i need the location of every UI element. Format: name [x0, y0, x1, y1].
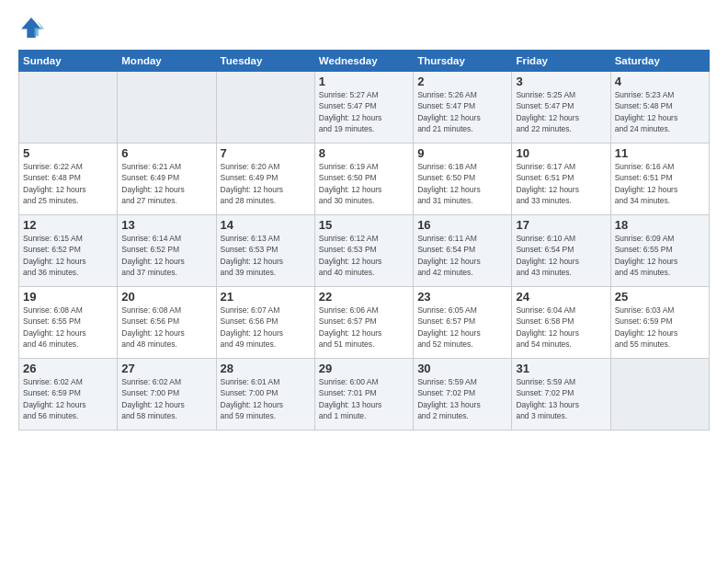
week-row-2: 12Sunrise: 6:15 AM Sunset: 6:52 PM Dayli…	[19, 215, 710, 287]
weekday-header-monday: Monday	[118, 51, 216, 72]
day-cell: 1Sunrise: 5:27 AM Sunset: 5:47 PM Daylig…	[314, 72, 413, 144]
day-info: Sunrise: 6:18 AM Sunset: 6:50 PM Dayligh…	[417, 161, 507, 206]
day-number: 7	[221, 146, 311, 160]
day-cell: 9Sunrise: 6:18 AM Sunset: 6:50 PM Daylig…	[414, 144, 512, 215]
weekday-header-row: SundayMondayTuesdayWednesdayThursdayFrid…	[19, 51, 710, 72]
day-number: 22	[319, 290, 409, 304]
weekday-header-thursday: Thursday	[414, 51, 512, 72]
day-cell: 31Sunrise: 5:59 AM Sunset: 7:02 PM Dayli…	[512, 359, 610, 431]
day-number: 8	[319, 146, 409, 160]
day-number: 3	[516, 75, 606, 88]
day-cell	[19, 72, 118, 144]
day-number: 4	[615, 75, 705, 88]
day-cell: 27Sunrise: 6:02 AM Sunset: 7:00 PM Dayli…	[118, 359, 216, 431]
day-cell: 19Sunrise: 6:08 AM Sunset: 6:55 PM Dayli…	[19, 287, 118, 359]
weekday-header-tuesday: Tuesday	[216, 51, 314, 72]
day-info: Sunrise: 6:04 AM Sunset: 6:58 PM Dayligh…	[516, 304, 606, 350]
day-cell	[216, 72, 314, 144]
day-number: 14	[221, 218, 311, 232]
logo-icon	[18, 15, 44, 40]
day-info: Sunrise: 6:08 AM Sunset: 6:56 PM Dayligh…	[121, 304, 211, 350]
day-number: 13	[121, 218, 211, 232]
page: SundayMondayTuesdayWednesdayThursdayFrid…	[0, 0, 728, 563]
day-number: 26	[23, 362, 113, 375]
day-info: Sunrise: 6:05 AM Sunset: 6:57 PM Dayligh…	[417, 304, 507, 350]
day-info: Sunrise: 6:13 AM Sunset: 6:53 PM Dayligh…	[221, 233, 311, 278]
day-info: Sunrise: 6:02 AM Sunset: 6:59 PM Dayligh…	[23, 376, 113, 421]
week-row-3: 19Sunrise: 6:08 AM Sunset: 6:55 PM Dayli…	[19, 287, 710, 359]
day-cell: 18Sunrise: 6:09 AM Sunset: 6:55 PM Dayli…	[610, 215, 709, 287]
day-info: Sunrise: 6:19 AM Sunset: 6:50 PM Dayligh…	[319, 161, 409, 206]
day-cell: 11Sunrise: 6:16 AM Sunset: 6:51 PM Dayli…	[610, 144, 709, 215]
day-info: Sunrise: 6:22 AM Sunset: 6:48 PM Dayligh…	[23, 161, 113, 206]
day-cell: 4Sunrise: 5:23 AM Sunset: 5:48 PM Daylig…	[610, 72, 709, 144]
day-number: 27	[121, 362, 211, 375]
header	[18, 15, 710, 40]
calendar: SundayMondayTuesdayWednesdayThursdayFrid…	[18, 50, 710, 431]
day-info: Sunrise: 5:26 AM Sunset: 5:47 PM Dayligh…	[417, 89, 507, 134]
day-cell: 17Sunrise: 6:10 AM Sunset: 6:54 PM Dayli…	[512, 215, 610, 287]
day-number: 23	[417, 290, 507, 304]
day-cell: 15Sunrise: 6:12 AM Sunset: 6:53 PM Dayli…	[314, 215, 413, 287]
day-cell: 25Sunrise: 6:03 AM Sunset: 6:59 PM Dayli…	[610, 287, 709, 359]
day-number: 2	[417, 75, 507, 88]
day-cell: 5Sunrise: 6:22 AM Sunset: 6:48 PM Daylig…	[19, 144, 118, 215]
day-info: Sunrise: 6:02 AM Sunset: 7:00 PM Dayligh…	[121, 376, 211, 421]
day-cell: 24Sunrise: 6:04 AM Sunset: 6:58 PM Dayli…	[512, 287, 610, 359]
day-number: 12	[23, 218, 113, 232]
day-number: 29	[319, 362, 409, 375]
day-cell: 10Sunrise: 6:17 AM Sunset: 6:51 PM Dayli…	[512, 144, 610, 215]
weekday-header-friday: Friday	[512, 51, 610, 72]
day-info: Sunrise: 6:01 AM Sunset: 7:00 PM Dayligh…	[221, 376, 311, 421]
day-cell: 20Sunrise: 6:08 AM Sunset: 6:56 PM Dayli…	[118, 287, 216, 359]
day-cell: 28Sunrise: 6:01 AM Sunset: 7:00 PM Dayli…	[216, 359, 314, 431]
week-row-4: 26Sunrise: 6:02 AM Sunset: 6:59 PM Dayli…	[19, 359, 710, 431]
day-cell: 30Sunrise: 5:59 AM Sunset: 7:02 PM Dayli…	[414, 359, 512, 431]
day-number: 1	[319, 75, 409, 88]
day-info: Sunrise: 5:27 AM Sunset: 5:47 PM Dayligh…	[319, 89, 409, 134]
day-number: 16	[417, 218, 507, 232]
day-cell: 22Sunrise: 6:06 AM Sunset: 6:57 PM Dayli…	[314, 287, 413, 359]
day-number: 28	[221, 362, 311, 375]
day-number: 20	[121, 290, 211, 304]
day-number: 25	[615, 290, 705, 304]
day-info: Sunrise: 6:10 AM Sunset: 6:54 PM Dayligh…	[516, 233, 606, 278]
day-number: 10	[516, 146, 606, 160]
day-info: Sunrise: 5:23 AM Sunset: 5:48 PM Dayligh…	[615, 89, 705, 134]
day-number: 30	[417, 362, 507, 375]
day-info: Sunrise: 6:21 AM Sunset: 6:49 PM Dayligh…	[121, 161, 211, 206]
day-info: Sunrise: 6:00 AM Sunset: 7:01 PM Dayligh…	[319, 376, 409, 421]
day-info: Sunrise: 5:25 AM Sunset: 5:47 PM Dayligh…	[516, 89, 606, 134]
weekday-header-wednesday: Wednesday	[314, 51, 413, 72]
day-number: 6	[121, 146, 211, 160]
day-cell: 26Sunrise: 6:02 AM Sunset: 6:59 PM Dayli…	[19, 359, 118, 431]
day-number: 17	[516, 218, 606, 232]
day-info: Sunrise: 6:03 AM Sunset: 6:59 PM Dayligh…	[615, 304, 705, 350]
day-cell: 13Sunrise: 6:14 AM Sunset: 6:52 PM Dayli…	[118, 215, 216, 287]
day-info: Sunrise: 5:59 AM Sunset: 7:02 PM Dayligh…	[516, 376, 606, 421]
day-number: 15	[319, 218, 409, 232]
day-cell: 21Sunrise: 6:07 AM Sunset: 6:56 PM Dayli…	[216, 287, 314, 359]
day-number: 24	[516, 290, 606, 304]
day-cell: 3Sunrise: 5:25 AM Sunset: 5:47 PM Daylig…	[512, 72, 610, 144]
day-info: Sunrise: 6:16 AM Sunset: 6:51 PM Dayligh…	[615, 161, 705, 206]
day-info: Sunrise: 6:17 AM Sunset: 6:51 PM Dayligh…	[516, 161, 606, 206]
day-number: 18	[615, 218, 705, 232]
day-cell	[118, 72, 216, 144]
week-row-0: 1Sunrise: 5:27 AM Sunset: 5:47 PM Daylig…	[19, 72, 710, 144]
day-number: 31	[516, 362, 606, 375]
logo	[18, 15, 48, 40]
day-cell: 2Sunrise: 5:26 AM Sunset: 5:47 PM Daylig…	[414, 72, 512, 144]
day-cell: 12Sunrise: 6:15 AM Sunset: 6:52 PM Dayli…	[19, 215, 118, 287]
day-cell: 23Sunrise: 6:05 AM Sunset: 6:57 PM Dayli…	[414, 287, 512, 359]
day-cell: 29Sunrise: 6:00 AM Sunset: 7:01 PM Dayli…	[314, 359, 413, 431]
day-number: 9	[417, 146, 507, 160]
day-info: Sunrise: 6:20 AM Sunset: 6:49 PM Dayligh…	[221, 161, 311, 206]
day-info: Sunrise: 6:07 AM Sunset: 6:56 PM Dayligh…	[221, 304, 311, 350]
day-info: Sunrise: 6:11 AM Sunset: 6:54 PM Dayligh…	[417, 233, 507, 278]
day-info: Sunrise: 6:09 AM Sunset: 6:55 PM Dayligh…	[615, 233, 705, 278]
weekday-header-sunday: Sunday	[19, 51, 118, 72]
weekday-header-saturday: Saturday	[610, 51, 709, 72]
day-info: Sunrise: 6:15 AM Sunset: 6:52 PM Dayligh…	[23, 233, 113, 278]
day-info: Sunrise: 6:08 AM Sunset: 6:55 PM Dayligh…	[23, 304, 113, 350]
